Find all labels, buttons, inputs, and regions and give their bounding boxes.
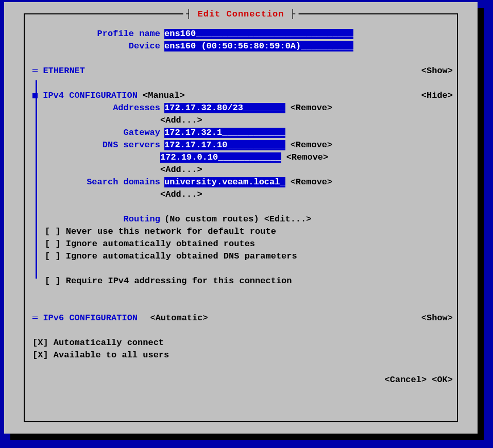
cancel-button[interactable]: <Cancel> bbox=[385, 375, 427, 385]
cb-ignore-routes[interactable]: [ ] bbox=[45, 239, 66, 249]
title-suffix: ├ bbox=[284, 9, 296, 19]
dns-remove-1[interactable]: <Remove> bbox=[286, 152, 329, 163]
dns-input-0[interactable]: 172.17.17.10___________ bbox=[164, 140, 285, 150]
title-prefix: ┤ bbox=[186, 9, 197, 19]
cb-ignore-dns-label: Ignore automatically obtained DNS parame… bbox=[66, 251, 297, 262]
address-add-button[interactable]: <Add...> bbox=[160, 115, 202, 126]
dialog-title: ┤ Edit Connection ├ bbox=[183, 9, 299, 20]
search-domains-label: Search domains bbox=[32, 177, 164, 187]
routing-edit-button[interactable]: <Edit...> bbox=[264, 214, 312, 225]
ipv6-show-button[interactable]: <Show> bbox=[421, 313, 453, 325]
device-label: Device bbox=[32, 41, 164, 51]
ipv6-label: IPv6 CONFIGURATION bbox=[43, 313, 138, 323]
routing-status: (No custom routes) bbox=[164, 214, 259, 225]
cb-require-ipv4[interactable]: [ ] bbox=[45, 276, 66, 286]
edit-connection-dialog: ┤ Edit Connection ├ Profile name ens160_… bbox=[4, 2, 478, 434]
gateway-label: Gateway bbox=[32, 128, 164, 138]
profile-name-label: Profile name bbox=[32, 29, 164, 39]
dns-label: DNS servers bbox=[32, 140, 164, 150]
cb-never-default-route[interactable]: [ ] bbox=[45, 227, 66, 237]
cb-require-ipv4-label: Require IPv4 addressing for this connect… bbox=[66, 276, 292, 286]
ipv4-hide-button[interactable]: <Hide> bbox=[421, 91, 453, 103]
routing-label: Routing bbox=[32, 214, 164, 225]
cb-auto-connect[interactable]: [X] bbox=[32, 338, 54, 348]
address-remove-0[interactable]: <Remove> bbox=[291, 103, 333, 113]
dns-add-button[interactable]: <Add...> bbox=[160, 165, 202, 175]
ethernet-show-button[interactable]: <Show> bbox=[421, 66, 453, 78]
ipv4-label: IPv4 CONFIGURATION bbox=[43, 91, 138, 100]
title-text: Edit Connection bbox=[197, 9, 284, 19]
cb-auto-connect-label: Automatically connect bbox=[54, 338, 164, 348]
addresses-label: Addresses bbox=[32, 103, 164, 113]
ok-button[interactable]: <OK> bbox=[432, 375, 453, 385]
ipv4-section-bar bbox=[36, 80, 37, 279]
cb-ignore-dns[interactable]: [ ] bbox=[45, 251, 66, 262]
cb-all-users[interactable]: [X] bbox=[32, 350, 54, 360]
ethernet-label: ETHERNET bbox=[43, 66, 85, 76]
address-input-0[interactable]: 172.17.32.80/23________ bbox=[164, 103, 285, 113]
search-domain-input-0[interactable]: university.veeam.local_ bbox=[164, 177, 285, 187]
cb-all-users-label: Available to all users bbox=[54, 350, 169, 360]
gateway-input[interactable]: 172.17.32.1____________ bbox=[164, 128, 285, 138]
search-domain-add-button[interactable]: <Add...> bbox=[160, 189, 202, 200]
cb-never-default-route-label: Never use this network for default route bbox=[66, 227, 276, 237]
device-input[interactable]: ens160 (00:50:56:80:59:0A)__________ bbox=[164, 41, 353, 51]
ethernet-marker: ═ bbox=[32, 66, 38, 76]
cb-ignore-routes-label: Ignore automatically obtained routes bbox=[66, 239, 255, 249]
ipv6-mode-select[interactable]: <Automatic> bbox=[150, 313, 208, 323]
ipv6-marker: ═ bbox=[32, 313, 38, 323]
dns-remove-0[interactable]: <Remove> bbox=[291, 140, 333, 150]
dns-input-1[interactable]: 172.19.0.10____________ bbox=[160, 152, 281, 163]
search-domain-remove-0[interactable]: <Remove> bbox=[291, 177, 333, 187]
profile-name-input[interactable]: ens160______________________________ bbox=[164, 29, 353, 39]
ipv4-mode-select[interactable]: <Manual> bbox=[143, 91, 185, 101]
